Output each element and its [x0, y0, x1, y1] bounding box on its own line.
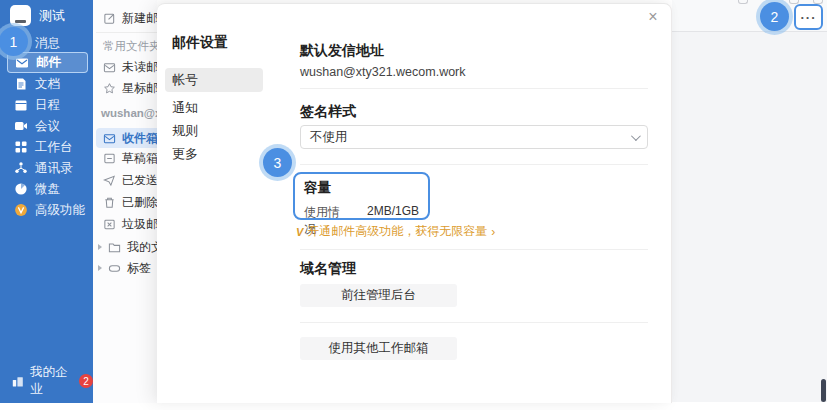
folder-deleted[interactable]: 已删除	[96, 192, 157, 212]
folder-label: 草稿箱	[122, 150, 157, 167]
compose-mail-button[interactable]: 新建邮件	[96, 8, 157, 28]
sidebar-item-label: 会议	[35, 118, 60, 135]
spam-icon	[103, 218, 116, 231]
sidebar-item-meeting[interactable]: 会议	[0, 116, 93, 136]
sidebar-item-workbench[interactable]: 工作台	[0, 137, 93, 157]
folder-starred[interactable]: 星标邮件	[96, 78, 157, 98]
my-company-label: 我的企业	[30, 364, 74, 398]
scrollbar-thumb[interactable]	[821, 379, 826, 402]
expand-arrow-icon[interactable]	[98, 244, 102, 250]
folder-label: 我的文件夹	[127, 239, 157, 256]
sent-icon	[103, 174, 116, 187]
modal-title: 邮件设置	[172, 34, 228, 52]
mail-settings-modal: × 邮件设置 帐号 通知 规则 更多 默认发信地址 wushan@xty321.…	[157, 3, 672, 403]
signature-heading: 签名样式	[300, 103, 356, 121]
sidebar-item-label: 工作台	[35, 139, 73, 156]
upgrade-link[interactable]: V 开通邮件高级功能，获得无限容量 ›	[296, 223, 495, 240]
mail-icon	[15, 56, 29, 70]
company-header[interactable]: 测试	[10, 5, 65, 26]
sidebar-item-drive[interactable]: 微盘	[0, 179, 93, 199]
folder-label: 星标邮件	[122, 80, 157, 97]
company-badge: 2	[79, 374, 93, 388]
folder-drafts[interactable]: 草稿箱	[96, 148, 157, 168]
compose-icon	[103, 12, 116, 25]
sidebar-item-premium[interactable]: 高级功能	[0, 200, 93, 220]
star-icon	[103, 82, 116, 95]
sidebar-item-schedule[interactable]: 日程	[0, 95, 93, 115]
draft-icon	[103, 152, 116, 165]
sidebar-item-mail[interactable]: 邮件	[7, 52, 88, 73]
divider	[300, 322, 648, 323]
sidebar-item-label: 邮件	[36, 54, 61, 71]
folder-icon	[108, 241, 121, 254]
company-avatar	[10, 5, 31, 26]
folder-tags[interactable]: 标签	[96, 258, 157, 278]
use-other-mailbox-button[interactable]: 使用其他工作邮箱	[300, 337, 457, 360]
tag-icon	[108, 262, 121, 275]
doc-icon	[14, 77, 28, 91]
folder-unread[interactable]: 未读邮件	[96, 57, 157, 77]
sidebar-item-label: 通讯录	[35, 160, 73, 177]
sidebar-item-contacts[interactable]: 通讯录	[0, 158, 93, 178]
divider	[300, 164, 648, 165]
inbox-icon	[103, 132, 116, 145]
folder-label: 已发送	[122, 172, 157, 189]
annotation-marker-2: 2	[760, 2, 789, 31]
go-admin-button[interactable]: 前往管理后台	[300, 284, 457, 307]
close-icon[interactable]: ×	[643, 7, 663, 27]
default-address-value: wushan@xty321.wecom.work	[300, 65, 466, 79]
annotation-marker-1: 1	[0, 27, 28, 56]
account-label: wushan@xty3	[101, 107, 157, 119]
company-name: 测试	[39, 7, 65, 25]
annotation-marker-3: 3	[263, 148, 292, 177]
divider	[96, 32, 157, 33]
compose-label: 新建邮件	[122, 10, 157, 27]
folder-group-label: 常用文件夹	[103, 39, 157, 54]
app-window: 测试 消息 邮件 文档 日程 会议 工作台 通讯录	[0, 0, 827, 410]
sidebar-item-label: 高级功能	[35, 202, 85, 219]
unread-mail-icon	[103, 61, 116, 74]
expand-arrow-icon[interactable]	[98, 265, 102, 271]
folder-spam[interactable]: 垃圾邮件	[96, 214, 157, 234]
capacity-highlight-box: 容量 使用情况 2MB/1GB	[293, 172, 430, 220]
chevron-down-icon	[631, 131, 641, 141]
upgrade-link-text: 开通邮件高级功能，获得无限容量	[307, 223, 487, 240]
company-building-icon	[11, 374, 25, 388]
sidebar-item-label: 日程	[35, 97, 60, 114]
domain-heading: 域名管理	[300, 260, 356, 278]
divider	[300, 249, 648, 250]
folder-label: 垃圾邮件	[122, 216, 157, 233]
capacity-heading: 容量	[304, 179, 419, 197]
settings-tab-rules[interactable]: 规则	[165, 119, 263, 143]
sidebar-item-label: 文档	[35, 76, 60, 93]
trash-icon	[103, 196, 116, 209]
divider	[672, 31, 827, 32]
folder-inbox[interactable]: 收件箱	[96, 128, 157, 148]
background-content-area	[672, 0, 827, 402]
folder-label: 收件箱	[122, 130, 157, 147]
default-address-heading: 默认发信地址	[300, 42, 384, 60]
settings-tab-more[interactable]: 更多	[165, 142, 263, 166]
signature-select[interactable]: 不使用	[300, 125, 648, 149]
premium-icon	[14, 203, 28, 217]
mail-folder-panel: 新建邮件 常用文件夹 未读邮件 星标邮件 wushan@xty3 收件箱 草稿箱…	[93, 0, 157, 403]
drive-icon	[14, 182, 28, 196]
upgrade-arrow-icon: ›	[491, 225, 495, 239]
sidebar-item-label: 微盘	[35, 181, 60, 198]
my-company-entry[interactable]: 我的企业 2	[11, 364, 93, 398]
cut-toolbar-icon	[738, 0, 748, 4]
sidebar-item-docs[interactable]: 文档	[0, 74, 93, 94]
sidebar-item-label: 消息	[35, 35, 60, 52]
settings-tab-notifications[interactable]: 通知	[165, 96, 263, 120]
premium-v-icon: V	[296, 226, 303, 238]
folder-label: 标签	[127, 260, 151, 277]
folder-sent[interactable]: 已发送	[96, 170, 157, 190]
folder-label: 未读邮件	[122, 59, 157, 76]
more-options-button[interactable]: ···	[794, 4, 823, 30]
calendar-icon	[14, 98, 28, 112]
folder-label: 已删除	[122, 194, 157, 211]
folder-my-folders[interactable]: 我的文件夹	[96, 237, 157, 257]
contacts-icon	[14, 161, 28, 175]
divider	[300, 88, 648, 89]
settings-tab-account[interactable]: 帐号	[165, 68, 263, 92]
